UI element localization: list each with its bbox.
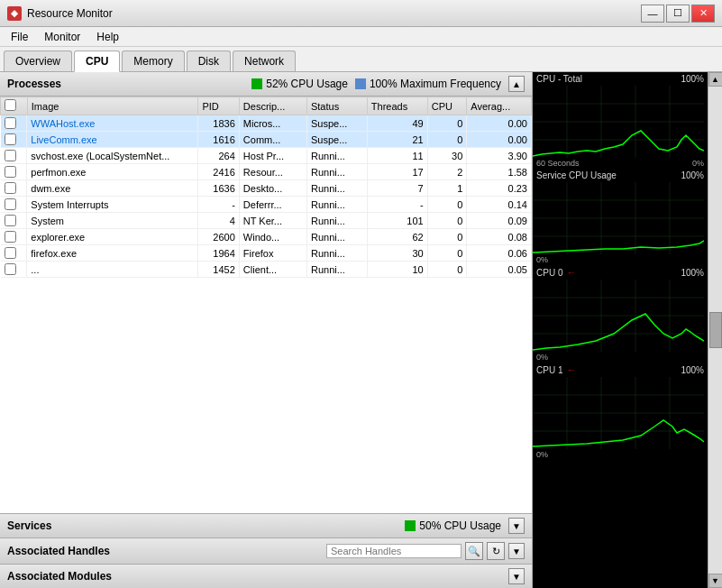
table-row: svchost.exe (LocalSystemNet...264Host Pr… — [1, 148, 532, 164]
cpu1-min: 0% — [536, 450, 548, 459]
process-status: Suspe... — [306, 115, 367, 132]
row-checkbox[interactable] — [5, 263, 16, 275]
right-scrollbar[interactable]: ▲ ▼ — [708, 72, 722, 588]
row-checkbox[interactable] — [5, 231, 16, 243]
refresh-icon-btn[interactable]: ↻ — [487, 542, 505, 560]
menu-help[interactable]: Help — [89, 29, 126, 45]
freq-badge: 100% Maximum Frequency — [355, 78, 501, 90]
process-name: perfmon.exe — [27, 164, 198, 180]
process-status: Suspe... — [306, 132, 367, 148]
services-header[interactable]: Services 50% CPU Usage ▼ — [0, 513, 532, 537]
col-pid[interactable]: PID — [198, 97, 239, 115]
col-check[interactable] — [1, 97, 28, 115]
tab-memory[interactable]: Memory — [122, 51, 184, 71]
process-name: ... — [27, 262, 198, 278]
minimize-button[interactable]: — — [641, 5, 664, 23]
row-checkbox[interactable] — [5, 247, 16, 259]
process-desc: Windo... — [239, 229, 306, 245]
left-panel: Processes 52% CPU Usage 100% Maximum Fre… — [0, 72, 533, 588]
process-desc: Resour... — [239, 164, 306, 180]
max-freq-text: 100% Maximum Frequency — [370, 78, 501, 90]
menu-monitor[interactable]: Monitor — [37, 29, 87, 45]
cpu-usage-text: 52% CPU Usage — [266, 78, 348, 90]
process-name: explorer.exe — [27, 229, 198, 245]
service-cpu-min: 0% — [536, 255, 548, 264]
process-avg: 0.06 — [467, 245, 532, 262]
search-icon-btn[interactable]: 🔍 — [465, 542, 483, 560]
table-row: dwm.exe1636Deskto...Runni...710.23 — [1, 180, 532, 197]
tab-network[interactable]: Network — [233, 51, 296, 71]
process-table-container: Image PID Descrip... Status Threads CPU … — [0, 96, 532, 513]
table-row: System4NT Ker...Runni...10100.09 — [1, 213, 532, 229]
scroll-down-btn[interactable]: ▼ — [708, 574, 723, 588]
cpu-usage-badge: 52% CPU Usage — [251, 78, 348, 90]
process-name: System — [27, 213, 198, 229]
cpu1-chart-section: CPU 1 ← 100% — [533, 363, 708, 460]
processes-collapse-btn[interactable]: ▲ — [508, 76, 525, 92]
process-cpu: 0 — [427, 245, 467, 262]
process-desc: Client... — [239, 262, 306, 278]
col-status[interactable]: Status — [306, 97, 367, 115]
row-checkbox[interactable] — [5, 117, 16, 129]
process-threads: 62 — [367, 229, 427, 245]
cpu1-svg — [533, 377, 704, 449]
close-button[interactable]: ✕ — [691, 5, 715, 23]
modules-info: ▼ — [508, 568, 525, 584]
process-pid: 2416 — [198, 164, 239, 180]
cpu0-chart — [533, 280, 708, 352]
tab-cpu[interactable]: CPU — [74, 51, 120, 72]
blue-indicator — [355, 78, 366, 89]
cpu1-label: CPU 1 — [536, 365, 562, 375]
select-all-checkbox[interactable] — [5, 99, 16, 111]
process-avg: 1.58 — [467, 164, 532, 180]
cpu0-chart-section: CPU 0 ← 100% — [533, 265, 708, 363]
service-cpu-chart-section: Service CPU Usage 100% — [533, 169, 708, 265]
table-row: ...1452Client...Runni...1000.05 — [1, 262, 532, 278]
right-panel: CPU - Total 100% — [533, 72, 708, 588]
processes-header[interactable]: Processes 52% CPU Usage 100% Maximum Fre… — [0, 72, 532, 96]
col-avg[interactable]: Averag... — [467, 97, 532, 115]
tab-disk[interactable]: Disk — [187, 51, 231, 71]
process-cpu: 0 — [427, 115, 467, 132]
process-pid: 1616 — [198, 132, 239, 148]
cpu1-max: 100% — [681, 365, 704, 375]
process-status: Runni... — [306, 262, 367, 278]
col-threads[interactable]: Threads — [367, 97, 427, 115]
table-row: firefox.exe1964FirefoxRunni...3000.06 — [1, 245, 532, 262]
service-cpu-header: Service CPU Usage 100% — [533, 169, 708, 182]
process-avg: 0.08 — [467, 229, 532, 245]
row-checkbox[interactable] — [5, 133, 16, 145]
tab-overview[interactable]: Overview — [4, 51, 72, 71]
process-status: Runni... — [306, 180, 367, 197]
process-avg: 0.23 — [467, 180, 532, 197]
services-green-indicator — [405, 520, 416, 531]
cpu0-arrow-icon: ← — [566, 267, 576, 278]
process-threads: 7 — [367, 180, 427, 197]
services-collapse-btn[interactable]: ▼ — [508, 518, 525, 534]
process-pid: 1964 — [198, 245, 239, 262]
modules-header[interactable]: Associated Modules ▼ — [0, 564, 532, 588]
row-checkbox[interactable] — [5, 215, 16, 226]
modules-collapse-btn[interactable]: ▼ — [508, 568, 525, 584]
services-cpu-badge: 50% CPU Usage — [405, 519, 501, 532]
handles-collapse-btn[interactable]: ▼ — [508, 543, 525, 559]
table-row: WWAHost.exe1836Micros...Suspe...4900.00 — [1, 115, 532, 132]
row-checkbox[interactable] — [5, 198, 16, 210]
row-checkbox[interactable] — [5, 182, 16, 194]
menu-file[interactable]: File — [4, 29, 35, 45]
maximize-button[interactable]: ☐ — [666, 5, 690, 23]
col-cpu[interactable]: CPU — [427, 97, 467, 115]
row-checkbox[interactable] — [5, 150, 16, 161]
handles-search-input[interactable] — [326, 544, 462, 558]
process-name: System Interrupts — [27, 197, 198, 213]
row-checkbox[interactable] — [5, 166, 16, 178]
scroll-up-btn[interactable]: ▲ — [708, 72, 723, 87]
col-desc[interactable]: Descrip... — [239, 97, 306, 115]
scroll-thumb[interactable] — [709, 312, 722, 348]
app-icon: ◆ — [7, 6, 22, 21]
handles-header[interactable]: Associated Handles 🔍 ↻ ▼ — [0, 537, 532, 564]
col-image[interactable]: Image — [27, 97, 198, 115]
process-status: Runni... — [306, 197, 367, 213]
right-wrapper: CPU - Total 100% — [533, 72, 722, 588]
process-status: Runni... — [306, 229, 367, 245]
